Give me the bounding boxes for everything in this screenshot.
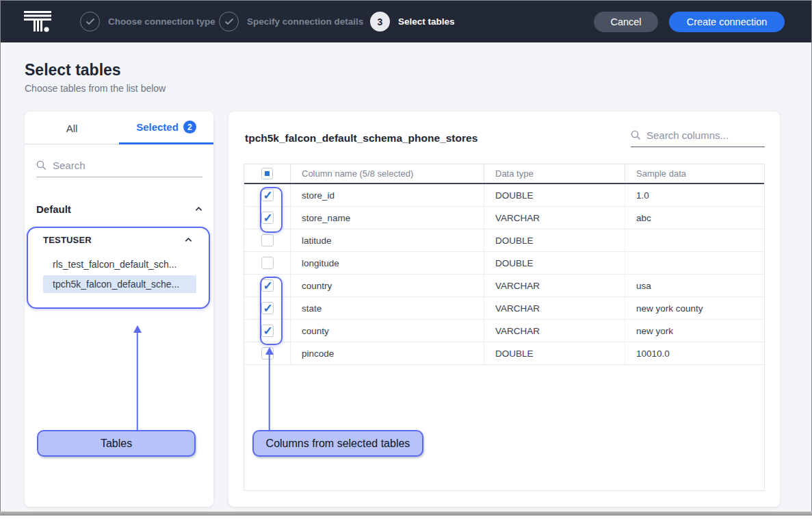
column-name-cell: state: [290, 297, 484, 319]
table-row[interactable]: pincode DOUBLE 10010.0: [244, 342, 764, 365]
search-icon: [36, 160, 47, 170]
sample-data-cell: 10010.0: [625, 342, 764, 364]
window-bottom-shadow: [0, 511, 812, 516]
tab-selected-label: Selected: [136, 121, 179, 133]
data-type-header: Data type: [484, 164, 625, 183]
sample-data-cell: [625, 252, 764, 274]
columns-panel: tpch5k_falcon_default_schema_phone_store…: [228, 112, 780, 507]
column-name-cell: longitude: [290, 252, 484, 274]
step-label: Select tables: [398, 16, 455, 27]
step-select-tables[interactable]: 3 Select tables: [370, 12, 455, 31]
table-row[interactable]: county VARCHAR new york: [244, 320, 764, 342]
step-choose-connection-type[interactable]: Choose connection type: [80, 12, 215, 31]
table-search-input[interactable]: [53, 160, 176, 171]
chevron-up-icon[interactable]: [195, 205, 202, 213]
row-checkbox[interactable]: [261, 279, 274, 292]
screenshot-frame: Choose connection type Specify connectio…: [0, 0, 812, 519]
data-type-cell: VARCHAR: [484, 275, 625, 296]
column-name-cell: country: [290, 275, 484, 296]
columns-table: Column name (5/8 selected) Data type Sam…: [244, 164, 765, 491]
row-checkbox[interactable]: [261, 347, 274, 359]
table-row[interactable]: longitude DOUBLE: [244, 252, 764, 275]
step-done-check-icon: [219, 12, 239, 31]
page-subtitle: Choose tables from the list below: [25, 83, 166, 94]
row-checkbox[interactable]: [261, 325, 274, 337]
step-number-badge: 3: [370, 12, 390, 31]
table-list-item[interactable]: rls_test_falcon_default_sch...: [43, 255, 196, 273]
column-name-cell: county: [290, 320, 484, 342]
step-label: Specify connection details: [247, 16, 363, 27]
table-search-field[interactable]: [36, 157, 202, 177]
table-row[interactable]: store_name VARCHAR abc: [244, 207, 764, 229]
column-search-field[interactable]: [631, 128, 765, 147]
data-type-cell: VARCHAR: [484, 207, 625, 229]
step-specify-connection-details[interactable]: Specify connection details: [219, 12, 363, 31]
row-checkbox[interactable]: [261, 234, 274, 246]
create-connection-button[interactable]: Create connection: [669, 12, 785, 32]
sample-data-cell: usa: [625, 275, 764, 296]
column-rows: store_id DOUBLE 1.0 store_name VARCHAR a…: [244, 184, 764, 365]
table-row[interactable]: country VARCHAR usa: [244, 275, 764, 297]
row-checkbox[interactable]: [261, 257, 274, 269]
schema-testuser[interactable]: TESTUSER: [43, 235, 192, 245]
sample-data-cell: new york: [625, 320, 764, 342]
selected-count-badge: 2: [183, 121, 196, 134]
database-group-default[interactable]: Default: [36, 203, 202, 215]
data-type-cell: DOUBLE: [484, 252, 625, 274]
tab-selected[interactable]: Selected 2: [119, 112, 213, 144]
data-type-cell: VARCHAR: [484, 297, 625, 319]
database-group-label: Default: [36, 203, 71, 215]
column-name-cell: pincode: [290, 342, 484, 364]
sidebar-tabs: All Selected 2: [25, 112, 213, 144]
chevron-up-icon[interactable]: [185, 236, 192, 244]
table-row[interactable]: latitude DOUBLE: [244, 229, 764, 252]
search-icon: [631, 130, 641, 140]
cancel-button[interactable]: Cancel: [594, 12, 658, 32]
tables-annotation-callout: Tables: [37, 430, 196, 457]
step-done-check-icon: [80, 12, 100, 31]
row-checkbox[interactable]: [261, 189, 274, 201]
schema-label: TESTUSER: [43, 235, 92, 245]
row-checkbox[interactable]: [261, 212, 274, 224]
tab-all-label: All: [66, 123, 78, 134]
table-list-item-selected[interactable]: tpch5k_falcon_default_sche...: [43, 275, 196, 293]
column-name-cell: latitude: [290, 229, 484, 251]
row-checkbox[interactable]: [261, 302, 274, 314]
data-type-cell: VARCHAR: [484, 320, 625, 342]
column-search-input[interactable]: [646, 129, 756, 141]
thoughtspot-logo-icon: [24, 11, 53, 33]
select-all-checkbox[interactable]: [261, 168, 273, 179]
app-window: Choose connection type Specify connectio…: [0, 0, 812, 511]
selected-table-title: tpch5k_falcon_default_schema_phone_store…: [245, 132, 477, 144]
sample-data-header: Sample data: [625, 164, 764, 183]
sample-data-cell: [625, 229, 764, 251]
table-row[interactable]: store_id DOUBLE 1.0: [244, 184, 764, 207]
column-name-cell: store_id: [290, 184, 484, 206]
table-row[interactable]: state VARCHAR new york county: [244, 297, 764, 320]
tab-all[interactable]: All: [25, 112, 119, 144]
column-name-cell: store_name: [290, 207, 484, 229]
data-type-cell: DOUBLE: [484, 184, 625, 206]
wizard-header: Choose connection type Specify connectio…: [1, 1, 811, 42]
columns-table-header: Column name (5/8 selected) Data type Sam…: [244, 164, 764, 184]
step-label: Choose connection type: [108, 16, 215, 27]
sample-data-cell: 1.0: [625, 184, 764, 206]
page-title: Select tables: [25, 61, 121, 79]
sample-data-cell: abc: [625, 207, 764, 229]
data-type-cell: DOUBLE: [484, 229, 625, 251]
tables-sidebar: All Selected 2 Default: [25, 112, 213, 507]
data-type-cell: DOUBLE: [484, 342, 625, 364]
column-name-header: Column name (5/8 selected): [290, 164, 484, 183]
tables-annotation-arrow: [133, 325, 142, 430]
sample-data-cell: new york county: [625, 297, 764, 319]
